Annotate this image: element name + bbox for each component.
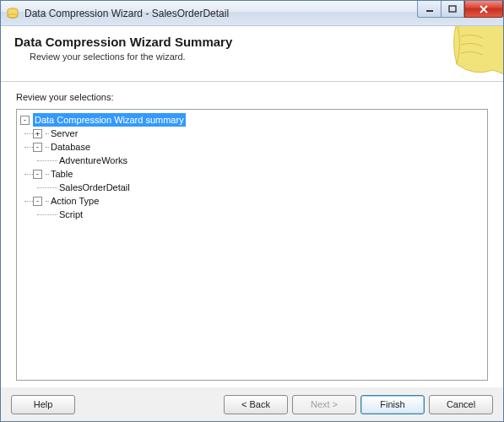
- tree-actiontype-label[interactable]: Action Type: [49, 194, 100, 208]
- minimize-icon: [425, 5, 434, 14]
- expand-icon[interactable]: -: [33, 170, 42, 179]
- back-button[interactable]: < Back: [224, 395, 288, 414]
- review-selections-label: Review your selections:: [16, 92, 488, 102]
- minimize-button[interactable]: [417, 1, 441, 18]
- app-icon: [6, 7, 19, 20]
- summary-tree: - Data Compression Wizard summary + Serv…: [20, 113, 484, 221]
- tree-actiontype-row[interactable]: - Action Type: [20, 194, 484, 208]
- tree-table-child-row[interactable]: SalesOrderDetail: [20, 181, 484, 194]
- help-button[interactable]: Help: [11, 395, 75, 414]
- expand-icon[interactable]: +: [33, 129, 42, 138]
- tree-server-label[interactable]: Server: [49, 127, 79, 140]
- summary-tree-panel[interactable]: - Data Compression Wizard summary + Serv…: [16, 109, 488, 381]
- page-title: Data Compression Wizard Summary: [14, 35, 490, 49]
- titlebar: Data Compression Wizard - SalesOrderDeta…: [1, 1, 503, 26]
- window-controls: [417, 1, 503, 18]
- wizard-footer: Help < Back Next > Finish Cancel: [1, 387, 503, 421]
- wizard-window: Data Compression Wizard - SalesOrderDeta…: [0, 0, 504, 422]
- cancel-button[interactable]: Cancel: [429, 395, 493, 414]
- wizard-header: Data Compression Wizard Summary Review y…: [1, 26, 503, 82]
- tree-database-child-label[interactable]: AdventureWorks: [57, 154, 129, 167]
- tree-table-row[interactable]: - Table: [20, 167, 484, 181]
- expand-icon[interactable]: -: [33, 197, 42, 206]
- tree-database-label[interactable]: Database: [49, 140, 92, 154]
- tree-table-label[interactable]: Table: [49, 167, 74, 181]
- expand-icon[interactable]: -: [33, 143, 42, 152]
- window-title: Data Compression Wizard - SalesOrderDeta…: [24, 8, 229, 19]
- tree-database-row[interactable]: - Database: [20, 140, 484, 154]
- maximize-icon: [448, 5, 457, 14]
- wizard-body: Review your selections: - Data Compressi…: [1, 82, 503, 387]
- tree-database-child-row[interactable]: AdventureWorks: [20, 154, 484, 167]
- svg-rect-2: [426, 10, 433, 12]
- maximize-button[interactable]: [441, 1, 464, 18]
- header-art-icon: [444, 26, 503, 82]
- expand-icon[interactable]: -: [20, 116, 30, 125]
- page-subtitle: Review your selections for the wizard.: [30, 51, 490, 62]
- svg-rect-3: [449, 6, 456, 12]
- tree-server-row[interactable]: + Server: [20, 127, 484, 140]
- tree-root-row[interactable]: - Data Compression Wizard summary: [20, 113, 484, 127]
- next-button: Next >: [292, 395, 356, 414]
- tree-actiontype-child-row[interactable]: Script: [20, 208, 484, 221]
- tree-root-label[interactable]: Data Compression Wizard summary: [33, 113, 186, 127]
- finish-button[interactable]: Finish: [360, 395, 425, 414]
- close-icon: [479, 5, 489, 14]
- tree-actiontype-child-label[interactable]: Script: [57, 208, 84, 221]
- tree-table-child-label[interactable]: SalesOrderDetail: [57, 181, 132, 194]
- close-button[interactable]: [464, 1, 503, 18]
